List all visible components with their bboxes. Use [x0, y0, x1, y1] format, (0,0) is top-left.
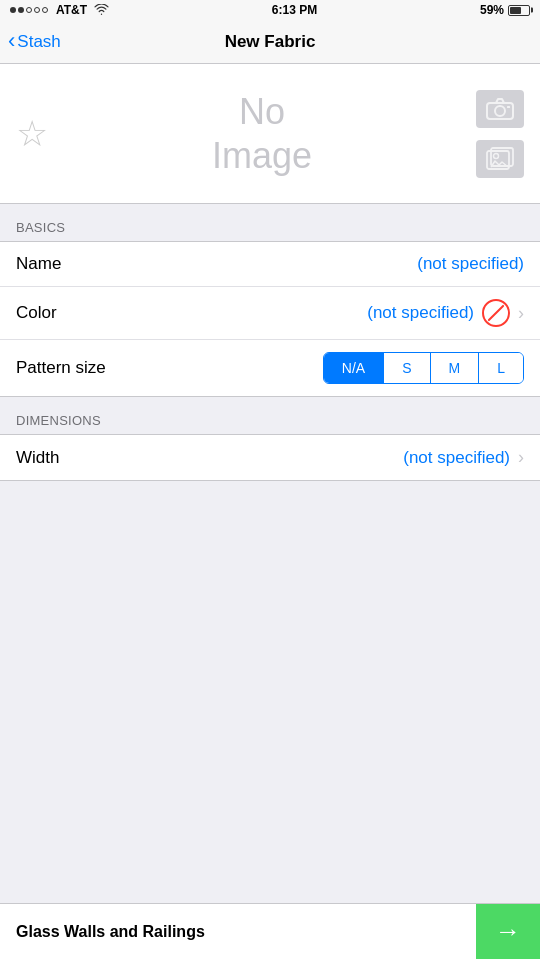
no-color-icon	[482, 299, 510, 327]
pattern-size-m[interactable]: M	[431, 353, 480, 383]
width-label: Width	[16, 448, 146, 468]
name-label: Name	[16, 254, 146, 274]
image-buttons	[476, 90, 524, 178]
battery-icon	[508, 5, 530, 16]
pattern-size-control[interactable]: N/A S M L	[323, 352, 524, 384]
bottom-title: Glass Walls and Railings	[16, 923, 205, 941]
pattern-size-row: Pattern size N/A S M L	[0, 340, 540, 396]
svg-point-5	[494, 153, 499, 158]
name-value: (not specified)	[146, 254, 524, 274]
width-row[interactable]: Width (not specified) ›	[0, 435, 540, 480]
svg-point-1	[495, 106, 505, 116]
page-title: New Fabric	[225, 32, 316, 52]
color-row[interactable]: Color (not specified) ›	[0, 287, 540, 340]
width-value: (not specified)	[146, 448, 510, 468]
next-button[interactable]: →	[476, 904, 540, 960]
next-arrow-icon: →	[495, 916, 521, 947]
battery-percent: 59%	[480, 3, 504, 17]
color-value: (not specified)	[146, 303, 474, 323]
favorite-button[interactable]: ☆	[16, 116, 48, 152]
color-chevron-icon: ›	[518, 303, 524, 324]
back-chevron-icon: ‹	[8, 30, 15, 52]
photo-library-button[interactable]	[476, 140, 524, 178]
camera-button[interactable]	[476, 90, 524, 128]
basics-form-group: Name (not specified) Color (not specifie…	[0, 241, 540, 397]
pattern-size-l[interactable]: L	[479, 353, 523, 383]
basics-section-label: BASICS	[0, 204, 540, 241]
carrier-label: AT&T	[56, 3, 87, 17]
bottom-bar: Glass Walls and Railings →	[0, 903, 540, 959]
width-chevron-icon: ›	[518, 447, 524, 468]
no-image-label: No Image	[48, 90, 476, 176]
color-label: Color	[16, 303, 146, 323]
signal-icon	[10, 7, 48, 13]
image-section: ☆ No Image	[0, 64, 540, 204]
wifi-icon	[94, 4, 109, 17]
status-bar: AT&T 6:13 PM 59%	[0, 0, 540, 20]
status-right: 59%	[480, 3, 530, 17]
pattern-size-na[interactable]: N/A	[324, 353, 384, 383]
name-row[interactable]: Name (not specified)	[0, 242, 540, 287]
pattern-size-label: Pattern size	[16, 358, 146, 378]
back-label: Stash	[17, 32, 60, 52]
dimensions-form-group: Width (not specified) ›	[0, 434, 540, 481]
nav-bar: ‹ Stash New Fabric	[0, 20, 540, 64]
status-time: 6:13 PM	[272, 3, 317, 17]
svg-rect-2	[507, 106, 510, 108]
pattern-size-s[interactable]: S	[384, 353, 430, 383]
dimensions-section-label: DIMENSIONS	[0, 397, 540, 434]
status-left: AT&T	[10, 3, 109, 17]
back-button[interactable]: ‹ Stash	[8, 32, 61, 52]
main-content: ☆ No Image	[0, 64, 540, 903]
